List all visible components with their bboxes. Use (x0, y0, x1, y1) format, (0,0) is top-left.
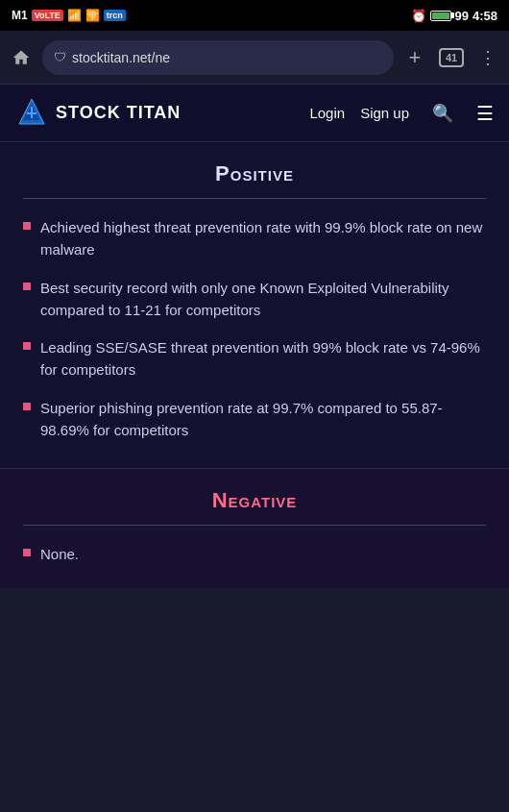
login-button[interactable]: Login (309, 105, 345, 121)
list-item: Leading SSE/SASE threat prevention with … (23, 336, 486, 381)
status-bar: M1 VoLTE 📶 🛜 trcn ⏰ 99 4:58 (0, 0, 509, 31)
positive-title: Positive (23, 161, 486, 186)
battery-level: 99 (455, 9, 469, 23)
wifi-icon: 🛜 (85, 9, 100, 22)
site-navbar: STOCK TITAN Login Sign up 🔍 ☰ (0, 85, 509, 142)
search-icon[interactable]: 🔍 (432, 103, 453, 124)
bullet-text: None. (40, 543, 79, 565)
menu-icon[interactable]: ☰ (476, 102, 494, 125)
url-text: stocktitan.net/ne (72, 50, 170, 65)
list-item: Achieved highest threat prevention rate … (23, 216, 486, 261)
negative-section: Negative None. (0, 469, 509, 588)
status-right: ⏰ 99 4:58 (411, 9, 498, 23)
time-display: 4:58 (473, 9, 497, 23)
list-item: Best security record with only one Known… (23, 277, 486, 322)
bullet-square (23, 549, 31, 556)
status-left: M1 VoLTE 📶 🛜 trcn (12, 9, 126, 22)
bullet-text: Superior phishing prevention rate at 99.… (40, 397, 486, 442)
list-item: Superior phishing prevention rate at 99.… (23, 397, 486, 442)
logo-icon (15, 97, 48, 130)
home-button[interactable] (8, 44, 35, 71)
signup-button[interactable]: Sign up (360, 105, 409, 121)
signal-bars: 📶 (67, 9, 82, 22)
url-bar[interactable]: 🛡 stocktitan.net/ne (42, 40, 394, 75)
new-tab-button[interactable]: + (401, 44, 428, 71)
bullet-square (23, 403, 31, 410)
security-icon: 🛡 (54, 50, 66, 64)
main-content: Positive Achieved highest threat prevent… (0, 142, 509, 588)
tabs-button[interactable]: 41 (436, 44, 467, 71)
logo-text: STOCK TITAN (56, 103, 181, 123)
positive-bullet-list: Achieved highest threat prevention rate … (23, 216, 486, 441)
negative-divider (23, 525, 486, 526)
alarm-icon: ⏰ (411, 9, 426, 23)
bullet-square (23, 283, 31, 290)
bullet-text: Achieved highest threat prevention rate … (40, 216, 486, 261)
positive-section: Positive Achieved highest threat prevent… (0, 142, 509, 469)
bullet-square (23, 342, 31, 350)
logo-area: STOCK TITAN (15, 97, 309, 130)
bullet-text: Leading SSE/SASE threat prevention with … (40, 336, 486, 381)
positive-divider (23, 198, 486, 199)
browser-chrome: 🛡 stocktitan.net/ne + 41 ⋮ (0, 31, 509, 85)
negative-title: Negative (23, 488, 486, 513)
trcn-label: trcn (104, 10, 126, 21)
browser-menu-button[interactable]: ⋮ (474, 44, 501, 71)
battery-icon (430, 11, 451, 21)
nav-links: Login Sign up 🔍 ☰ (309, 102, 494, 125)
bullet-text: Best security record with only one Known… (40, 277, 486, 322)
carrier-label: M1 (12, 9, 28, 22)
volte-label: VoLTE (32, 10, 63, 21)
tabs-count: 41 (439, 48, 464, 67)
negative-bullet-list: None. (23, 543, 486, 565)
bullet-square (23, 222, 31, 230)
list-item: None. (23, 543, 486, 565)
